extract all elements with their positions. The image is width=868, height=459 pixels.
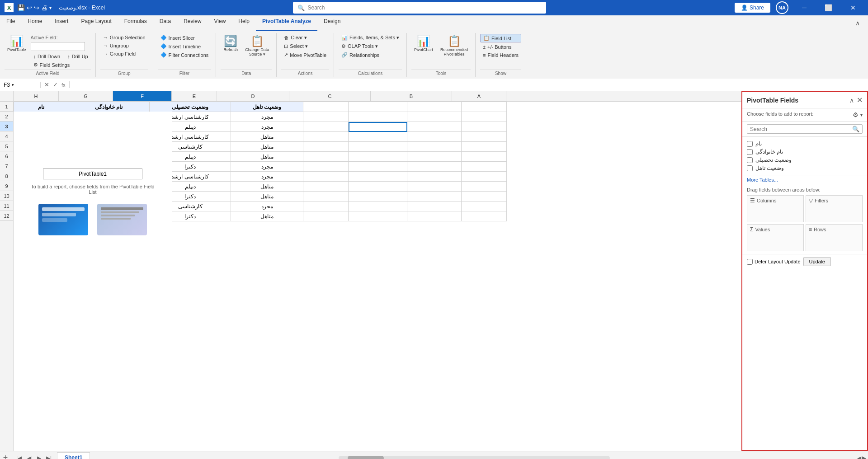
active-field-input[interactable] [31,42,85,51]
update-button[interactable]: Update [803,257,831,266]
tab-design[interactable]: Design [317,15,347,31]
col-header-F[interactable]: F [113,91,172,101]
cell-D11[interactable]: مجرد [231,201,303,211]
row-num-5[interactable]: 5 [0,141,13,151]
confirm-formula-button[interactable]: ✓ [52,81,59,88]
cell-H8[interactable] [462,172,507,182]
cell-E11[interactable] [303,201,349,211]
cell-H12[interactable] [462,211,507,221]
recommended-pivottables-button[interactable]: 📋 RecommendedPivotTables [438,34,471,58]
cell-E1[interactable] [303,102,349,112]
print-icon[interactable]: 🖨 [41,4,47,11]
tab-insert[interactable]: Insert [48,15,75,31]
scrollbar-thumb[interactable] [348,456,384,459]
cell-D2[interactable]: مجرد [231,112,303,122]
values-area[interactable]: Σ Values [747,224,804,251]
scroll-left-btn[interactable]: ◀ [857,455,861,459]
cell-A1[interactable]: نام [14,102,68,112]
add-sheet-button[interactable]: + [0,453,11,459]
cancel-formula-button[interactable]: ✕ [43,81,50,88]
cell-G1[interactable] [407,102,462,112]
cell-F10[interactable] [349,192,407,201]
cell-E9[interactable] [303,182,349,192]
cell-G8[interactable] [407,172,462,182]
field-search-box[interactable]: 🔍 [747,124,863,134]
field-checkbox-marital[interactable] [747,165,753,171]
field-checkbox-lastname[interactable] [747,149,753,155]
cell-G2[interactable] [407,112,462,122]
field-checkbox-edu[interactable] [747,157,753,163]
cell-G9[interactable] [407,182,462,192]
insert-timeline-button[interactable]: 🔷Insert Timeline [158,42,212,50]
cell-F7[interactable] [349,162,407,172]
drill-up-button[interactable]: ↑Drill Up [65,53,91,60]
cell-H3[interactable] [462,122,507,132]
user-avatar[interactable]: NA [776,1,788,14]
cell-G10[interactable] [407,192,462,201]
olap-tools-button[interactable]: ⚙OLAP Tools ▾ [339,42,402,50]
row-num-7[interactable]: 7 [0,161,13,171]
tab-formulas[interactable]: Formulas [118,15,153,31]
cell-E3[interactable] [303,122,349,132]
formula-input[interactable] [70,82,868,88]
cell-D1[interactable]: وضعیت تاهل [231,102,303,112]
cell-H7[interactable] [462,162,507,172]
tab-file[interactable]: File [0,15,21,31]
refresh-button[interactable]: 🔄 Refresh [221,34,241,54]
cell-D3[interactable]: مجرد [231,122,303,132]
cell-F4[interactable] [349,132,407,142]
sheet-nav-first[interactable]: |◀ [14,454,24,459]
fields-items-sets-button[interactable]: 📊Fields, Items, & Sets ▾ [339,34,402,42]
col-header-G[interactable]: G [59,91,113,101]
col-header-B[interactable]: B [371,91,452,101]
cell-H9[interactable] [462,182,507,192]
plus-minus-buttons-button[interactable]: ±+/- Buttons [480,43,521,51]
cell-G4[interactable] [407,132,462,142]
cell-D12[interactable]: متاهل [231,211,303,221]
cell-H11[interactable] [462,201,507,211]
cell-H4[interactable] [462,132,507,142]
cell-F3[interactable] [349,122,407,132]
select-button[interactable]: ⊡Select ▾ [281,42,329,50]
group-field-button[interactable]: →Group Field [100,50,148,57]
cell-E4[interactable] [303,132,349,142]
tab-data[interactable]: Data [153,15,177,31]
panel-close-button[interactable]: ✕ [857,96,863,104]
row-num-10[interactable]: 10 [0,191,13,201]
cell-E5[interactable] [303,142,349,152]
filter-connections-button[interactable]: 🔷Filter Connections [158,51,212,59]
save-icon[interactable]: 💾 [17,4,25,11]
cell-G6[interactable] [407,152,462,162]
scroll-right-btn[interactable]: ▶ [862,455,866,459]
dropdown-icon[interactable]: ▾ [49,5,52,10]
clear-button[interactable]: 🗑Clear ▾ [281,34,329,42]
cell-H2[interactable] [462,112,507,122]
tab-help[interactable]: Help [232,15,256,31]
share-button[interactable]: 👤 Share [735,3,770,13]
cell-H1[interactable] [462,102,507,112]
cell-B1[interactable]: نام خانوادگی [68,102,150,112]
drill-down-button[interactable]: ↓Drill Down [31,53,63,60]
pivotchart-button[interactable]: 📊 PivotChart [411,34,436,54]
cell-D7[interactable]: مجرد [231,162,303,172]
cell-D6[interactable]: متاهل [231,152,303,162]
cell-F5[interactable] [349,142,407,152]
col-header-H[interactable]: H [14,91,59,101]
cell-F1[interactable] [349,102,407,112]
field-search-input[interactable] [750,126,850,132]
columns-area[interactable]: ☰ Columns [747,195,804,222]
sheet-nav-last[interactable]: ▶| [44,454,53,459]
ungroup-button[interactable]: →Ungroup [100,42,148,49]
sheet-nav-next[interactable]: ▶ [34,454,43,459]
pivottable-button[interactable]: 📊 PivotTable [5,34,29,54]
cell-F12[interactable] [349,211,407,221]
row-num-9[interactable]: 9 [0,181,13,191]
redo-icon[interactable]: ↪ [34,4,39,11]
tab-home[interactable]: Home [21,15,48,31]
cell-G5[interactable] [407,142,462,152]
field-list-button[interactable]: 📋Field List [480,34,521,42]
title-bar-search-box[interactable]: 🔍 [293,2,546,14]
cell-D5[interactable]: متاهل [231,142,303,152]
cell-F8[interactable] [349,172,407,182]
panel-collapse-button[interactable]: ∧ [849,97,854,104]
